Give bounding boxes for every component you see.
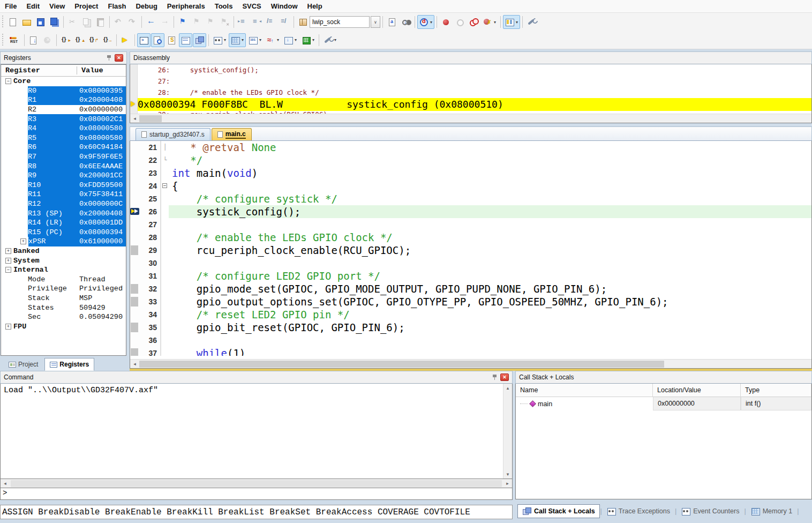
reset-cpu-button[interactable]: RST: [6, 33, 22, 47]
register-column-header[interactable]: Register: [1, 66, 77, 74]
type-column-header[interactable]: Type: [741, 384, 811, 397]
collapse-icon[interactable]: −: [5, 78, 11, 84]
serial-windows-button[interactable]: ▾: [246, 33, 264, 47]
select-target-button[interactable]: [296, 15, 310, 29]
fold-margin[interactable]: [161, 295, 169, 308]
code-line[interactable]: 23int main(void): [130, 167, 811, 180]
register-row[interactable]: R10x20000408: [1, 95, 126, 105]
pin-icon[interactable]: [106, 55, 112, 61]
disassembly-hscrollbar[interactable]: ◂: [130, 114, 811, 123]
scroll-down-icon[interactable]: ▾: [503, 470, 512, 479]
registers-window-button[interactable]: [179, 33, 192, 47]
fold-margin[interactable]: [161, 167, 169, 180]
fold-margin[interactable]: [161, 334, 169, 347]
code-line[interactable]: 35 gpio_bit_reset(GPIOC, GPIO_PIN_6);: [130, 321, 811, 334]
code-line[interactable]: 29 rcu_periph_clock_enable(RCU_GPIOC);: [130, 244, 811, 257]
window-list-button[interactable]: ▾: [503, 15, 520, 29]
pin-icon[interactable]: [492, 374, 498, 380]
editor-hscrollbar[interactable]: ◂: [130, 359, 811, 368]
clear-bookmarks-button[interactable]: [218, 15, 231, 29]
breakpoint-margin[interactable]: [130, 257, 140, 270]
call-stack-window-button[interactable]: [193, 33, 206, 47]
bottom-tab-call-stack-locals[interactable]: Call Stack + Locals: [517, 504, 600, 518]
fold-margin[interactable]: [161, 308, 169, 321]
breakpoint-margin[interactable]: [130, 308, 140, 321]
breakpoint-margin[interactable]: [130, 180, 140, 192]
callstack-row[interactable]: main0x00000000int f(): [516, 397, 811, 410]
register-row[interactable]: R40x08000580: [1, 124, 126, 133]
name-column-header[interactable]: Name: [516, 384, 653, 397]
step-into-button[interactable]: [59, 33, 72, 47]
analysis-windows-button[interactable]: ▾: [264, 33, 281, 47]
memory-windows-button[interactable]: ▾: [229, 33, 246, 47]
register-row[interactable]: R120x0000000C: [1, 199, 126, 209]
toolbox-button[interactable]: ▾: [299, 33, 317, 47]
copy-button[interactable]: [80, 15, 93, 29]
code-line[interactable]: 33 gpio_output_options_set(GPIOC, GPIO_O…: [130, 295, 811, 308]
code-line[interactable]: 34 /* reset LED2 GPIO pin */: [130, 308, 811, 321]
register-row[interactable]: States509429: [1, 303, 126, 312]
menu-item-help[interactable]: Help: [303, 0, 327, 12]
register-row[interactable]: R14 (LR)0x080001DD: [1, 218, 126, 228]
show-next-statement-button[interactable]: [119, 33, 132, 47]
system-viewer-button[interactable]: ▾: [282, 33, 299, 47]
breakpoint-margin[interactable]: [130, 244, 140, 257]
fold-margin[interactable]: │: [161, 141, 169, 154]
indent-button[interactable]: [236, 15, 250, 29]
scroll-thumb[interactable]: [139, 115, 162, 122]
fold-margin[interactable]: [161, 347, 169, 356]
register-row[interactable]: Sec0.05094290: [1, 312, 126, 322]
dock-tab-registers[interactable]: Registers: [44, 358, 94, 371]
dock-tab-project[interactable]: Project: [3, 358, 43, 371]
disassembly-line[interactable]: 28: /* enable the LEDs GPIO clock */: [130, 87, 811, 98]
menu-item-tools[interactable]: Tools: [210, 0, 238, 12]
code-line[interactable]: 24−{: [130, 180, 811, 192]
register-row[interactable]: R00x08000395: [1, 86, 126, 96]
collapse-icon[interactable]: −: [5, 267, 11, 273]
register-row[interactable]: R20x00000000: [1, 105, 126, 115]
fold-margin[interactable]: −: [161, 180, 169, 192]
command-output[interactable]: Load "..\\Output\\GD32F407V.axf": [1, 384, 503, 479]
command-input[interactable]: >: [0, 488, 513, 500]
menu-item-flash[interactable]: Flash: [103, 0, 131, 12]
code-line[interactable]: 25 /* configure systick */: [130, 192, 811, 205]
save-file-button[interactable]: [34, 15, 47, 29]
redo-button[interactable]: [126, 15, 139, 29]
code-line[interactable]: 27: [130, 218, 811, 231]
register-row[interactable]: R70x9F59F6E5: [1, 152, 126, 162]
expand-icon[interactable]: +: [5, 258, 11, 264]
command-hscrollbar[interactable]: ◂ ▸: [0, 479, 513, 488]
register-row[interactable]: ModeThread: [1, 274, 126, 284]
editor-tab-startup_gd32f407-s[interactable]: startup_gd32f407.s: [136, 128, 210, 140]
fold-margin[interactable]: [161, 218, 169, 231]
breakpoint-margin[interactable]: [130, 154, 140, 167]
menu-item-svcs[interactable]: SVCS: [237, 0, 266, 12]
bottom-tab-event-counters[interactable]: Event Counters: [677, 504, 743, 518]
fold-margin[interactable]: [161, 282, 169, 295]
menu-item-edit[interactable]: Edit: [21, 0, 44, 12]
fold-collapse-icon[interactable]: −: [162, 183, 167, 188]
insert-breakpoint-button[interactable]: [439, 15, 453, 29]
save-all-button[interactable]: [48, 15, 61, 29]
insert-bookmark-button[interactable]: [176, 15, 190, 29]
code-line[interactable]: 36: [130, 334, 811, 347]
register-row[interactable]: R90x200001CC: [1, 171, 126, 181]
register-row[interactable]: R110x75F38411: [1, 190, 126, 199]
breakpoint-margin[interactable]: [130, 167, 140, 180]
paste-button[interactable]: [94, 15, 107, 29]
menu-item-window[interactable]: Window: [266, 0, 303, 12]
step-out-button[interactable]: [87, 33, 100, 47]
enable-disable-breakpoint-button[interactable]: [453, 15, 467, 29]
register-row[interactable]: −Core: [1, 77, 126, 86]
navigate-forward-button[interactable]: [158, 15, 171, 29]
kill-all-breakpoints-button[interactable]: ▾: [481, 15, 498, 29]
editor-tab-main-c[interactable]: main.c: [212, 128, 252, 140]
prev-bookmark-button[interactable]: [204, 15, 217, 29]
target-select-dropdown[interactable]: ∨: [371, 16, 380, 28]
value-column-header[interactable]: Value: [77, 66, 126, 74]
register-row[interactable]: R80x6EE4AAAE: [1, 161, 126, 171]
run-to-cursor-button[interactable]: [101, 33, 114, 47]
bottom-tab-trace-exceptions[interactable]: Trace Exceptions: [603, 504, 674, 518]
breakpoint-margin[interactable]: [130, 218, 140, 231]
disassembly-line[interactable]: 26: systick_config();: [130, 64, 811, 76]
